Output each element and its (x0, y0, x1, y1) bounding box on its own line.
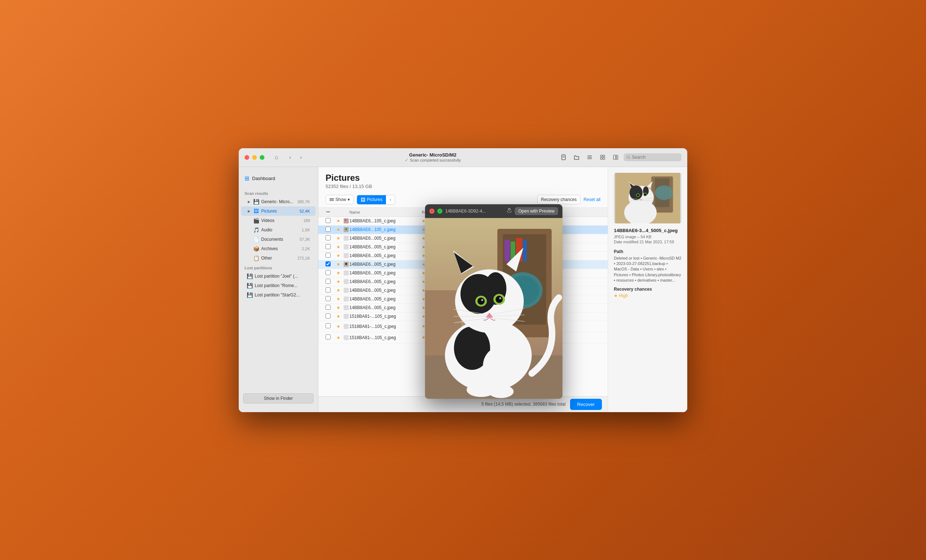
nav-buttons: ‹ › (285, 152, 306, 162)
row-thumb (343, 335, 349, 340)
lost-partitions-section: Lost partitions (239, 264, 318, 272)
detail-filetype: JPEG image – 54 KB (614, 235, 681, 239)
sidebar-label-generic: Generic- Micro... (261, 199, 295, 204)
col-name-header[interactable]: Name (350, 209, 422, 215)
sidebar-label-audio: Audio (261, 227, 300, 232)
row-checkbox[interactable] (325, 270, 331, 275)
col-star-header (336, 209, 343, 215)
preview-filename: 14BB8AE6-3D92-4... (445, 208, 504, 214)
row-thumb (343, 324, 349, 329)
sidebar-label-lost-rome: Lost partition "Rome... (255, 283, 310, 288)
row-star: ★ (336, 218, 343, 223)
row-checkbox[interactable] (325, 227, 331, 232)
reset-all-button[interactable]: Reset all (584, 197, 601, 202)
row-name: 14BB8AE6...005_c.jpeg (350, 236, 422, 241)
sidebar-item-lost-joel[interactable]: 💾 Lost partition "Joel" (... (241, 272, 316, 281)
row-checkbox[interactable] (325, 244, 331, 249)
expand-icon: ▶ (247, 199, 251, 204)
maximize-button[interactable] (260, 155, 265, 160)
svg-rect-10 (613, 155, 616, 159)
svg-point-70 (496, 296, 503, 303)
row-name: 14BB8AE6...005_c.jpeg (350, 296, 422, 302)
tab-more[interactable]: › (386, 195, 394, 204)
row-thumb (343, 245, 349, 249)
detail-date-modified: Date modified 21 Mar 2023, 17:59 (614, 240, 681, 244)
grid-view-button[interactable] (598, 152, 608, 162)
show-label: Show (335, 197, 346, 202)
show-in-finder-button[interactable]: Show in Finder (243, 393, 313, 403)
col-checkbox-header[interactable] (325, 209, 336, 215)
titlebar: ⌂ ‹ › Generic- MicroSD/M2 ✓ Scan complet… (239, 148, 687, 167)
row-name: 14BB8AE6...005_c.jpeg (350, 262, 422, 267)
row-star: ★ (336, 335, 343, 340)
row-thumb (343, 253, 349, 258)
close-button[interactable] (245, 155, 249, 160)
row-checkbox[interactable] (325, 253, 331, 258)
row-name: 14BB8AE6...105_c.jpeg (350, 218, 422, 223)
row-checkbox[interactable] (325, 305, 331, 310)
sidebar-item-other[interactable]: 📋 Other 272,1K (241, 254, 316, 263)
sidebar-label-pictures: Pictures (261, 208, 297, 214)
folder-icon-button[interactable] (572, 152, 582, 162)
row-checkbox[interactable] (325, 287, 331, 293)
titlebar-right (558, 152, 681, 162)
sidebar-item-videos[interactable]: 🎬 Videos 189 (241, 216, 316, 225)
show-button[interactable]: Show ▾ (325, 195, 354, 204)
tab-pictures-label: Pictures (367, 197, 382, 202)
row-star: ★ (336, 324, 343, 329)
expand-icon-archives (247, 246, 251, 251)
row-star: ★ (336, 227, 343, 232)
sidebar-item-dashboard[interactable]: ⊞ Dashboard (239, 173, 318, 184)
row-checkbox[interactable] (325, 323, 331, 328)
svg-point-12 (627, 156, 629, 158)
minimize-button[interactable] (252, 155, 257, 160)
lost-partition-icon-2: 💾 (247, 283, 253, 288)
file-icon-button[interactable] (558, 152, 569, 162)
row-checkbox[interactable] (325, 279, 331, 284)
row-checkbox[interactable] (325, 235, 331, 240)
pictures-tab-icon: 🖼 (361, 197, 365, 202)
drive-icon: 💾 (253, 199, 259, 205)
row-checkbox[interactable] (325, 261, 331, 266)
sidebar-item-lost-starg2[interactable]: 💾 Lost partition "StarG2... (241, 290, 316, 300)
detail-thumbnail (614, 173, 681, 223)
recover-button[interactable]: Recover (570, 399, 602, 410)
sidebar-badge-audio: 1,5K (302, 228, 310, 232)
recovery-chances-button[interactable]: Recovery chances (537, 195, 581, 204)
sidebar-label-videos: Videos (261, 218, 301, 223)
list-view-button[interactable] (584, 152, 595, 162)
row-checkbox[interactable] (325, 314, 331, 318)
row-thumb (343, 279, 349, 284)
preview-share-button[interactable] (507, 208, 512, 214)
row-name: 14BB8AE6...005_c.jpeg (350, 245, 422, 249)
sidebar-item-documents[interactable]: 📄 Documents 57,3K (241, 235, 316, 244)
preview-open-button[interactable]: Open with Preview (515, 207, 558, 215)
traffic-lights (245, 155, 265, 160)
row-name: 14BB8AE6...005_c.jpeg (350, 279, 422, 284)
expand-icon-pics: ▶ (247, 209, 251, 213)
row-thumb (343, 314, 349, 319)
sidebar-item-generic-micro[interactable]: ▶ 💾 Generic- Micro... 385,7K (241, 197, 316, 207)
forward-button[interactable]: › (296, 152, 306, 162)
lost-partition-icon-1: 💾 (247, 273, 253, 279)
lost-partition-icon-3: 💾 (247, 292, 253, 298)
row-checkbox[interactable] (325, 334, 331, 340)
panel-view-button[interactable] (611, 152, 621, 162)
row-checkbox[interactable] (325, 296, 331, 301)
sidebar-item-archives[interactable]: 📦 Archives 2,2K (241, 244, 316, 254)
sidebar-item-lost-rome[interactable]: 💾 Lost partition "Rome... (241, 281, 316, 290)
preview-close-button[interactable]: ✕ (429, 208, 434, 214)
sidebar-label-documents: Documents (261, 237, 297, 242)
search-input[interactable] (632, 155, 679, 160)
sidebar-item-audio[interactable]: 🎵 Audio 1,5K (241, 225, 316, 235)
detail-path-label: Path (614, 249, 681, 254)
back-button[interactable]: ‹ (285, 152, 295, 162)
show-chevron: ▾ (348, 197, 350, 202)
home-button[interactable]: ⌂ (272, 152, 281, 162)
detail-path-text: Deleted or lost • Generic- MicroSD M2 • … (614, 256, 681, 284)
search-box[interactable] (623, 153, 681, 161)
sidebar-item-pictures[interactable]: ▶ 🖼 Pictures 52,4K (241, 207, 316, 216)
audio-icon: 🎵 (253, 227, 259, 233)
tab-pictures[interactable]: 🖼 Pictures (357, 195, 386, 204)
row-checkbox[interactable] (325, 218, 331, 223)
